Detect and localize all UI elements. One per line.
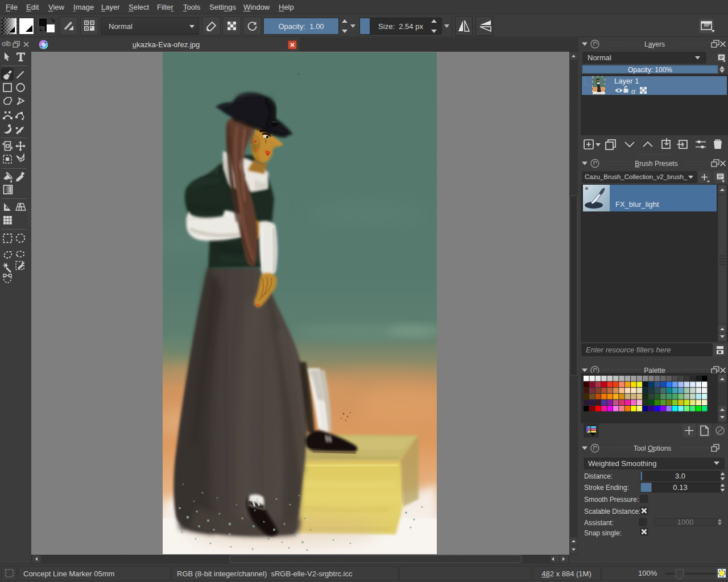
svg-text:Stroke Ending:: Stroke Ending:: [584, 484, 629, 492]
svg-text:1000: 1000: [677, 518, 694, 526]
svg-text:Cazu_Brush_Collection_v2_brush: Cazu_Brush_Collection_v2_brush_: [585, 173, 688, 180]
svg-text:α: α: [631, 87, 636, 95]
svg-text:Layers: Layers: [644, 40, 665, 48]
svg-text:Normal: Normal: [588, 53, 611, 62]
svg-text:Assistant:: Assistant:: [584, 519, 614, 527]
svg-text:FX_blur_light: FX_blur_light: [615, 200, 659, 209]
svg-text:Scalable Distance:: Scalable Distance:: [584, 508, 640, 516]
svg-text:Tool Options: Tool Options: [634, 444, 672, 452]
svg-text:Brush Presets: Brush Presets: [635, 160, 677, 168]
svg-text:Opacity: 100%: Opacity: 100%: [628, 66, 672, 74]
svg-text:Enter resource filters here: Enter resource filters here: [586, 346, 671, 354]
svg-text:Snap single:: Snap single:: [584, 529, 622, 537]
svg-text:Layer 1: Layer 1: [614, 77, 639, 85]
svg-text:3.0: 3.0: [675, 472, 685, 480]
svg-text:0.13: 0.13: [673, 483, 687, 492]
svg-text:Distance:: Distance:: [584, 472, 613, 480]
svg-text:Weighted Smoothing: Weighted Smoothing: [588, 459, 656, 468]
svg-text:Smooth Pressure:: Smooth Pressure:: [584, 496, 639, 504]
